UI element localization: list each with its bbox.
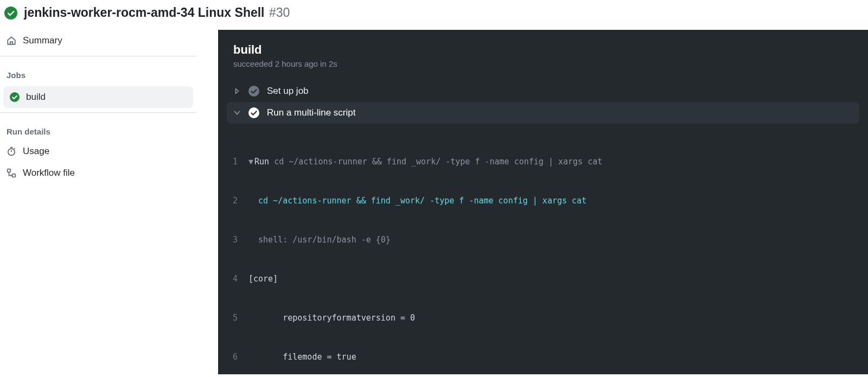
nav-summary-label: Summary xyxy=(23,35,62,46)
workflow-title: jenkins-worker-rocm-amd-34 Linux Shell xyxy=(24,5,265,20)
nav-job-build[interactable]: build xyxy=(3,86,193,108)
job-header: build succeeded 2 hours ago in 2s xyxy=(218,30,868,78)
job-subtitle: succeeded 2 hours ago in 2s xyxy=(233,59,853,68)
log-output: 1▼Run cd ~/actions-runner && find _work/… xyxy=(218,126,868,374)
log-line[interactable]: 5 repositoryformatversion = 0 xyxy=(218,311,868,324)
run-details-heading: Run details xyxy=(0,117,196,140)
log-line[interactable]: 3 shell: /usr/bin/bash -e {0} xyxy=(218,233,868,246)
run-number: #30 xyxy=(269,5,290,20)
log-line[interactable]: 1▼Run cd ~/actions-runner && find _work/… xyxy=(218,155,868,168)
page-title-wrap: jenkins-worker-rocm-amd-34 Linux Shell #… xyxy=(24,5,290,20)
step-name: Set up job xyxy=(267,86,309,97)
nav-workflow-file-label: Workflow file xyxy=(23,168,75,178)
nav-job-label: build xyxy=(26,92,46,103)
nav-summary[interactable]: Summary xyxy=(0,30,196,52)
svg-point-6 xyxy=(248,107,259,118)
nav-usage[interactable]: Usage xyxy=(0,140,196,162)
svg-point-1 xyxy=(10,92,20,102)
nav-workflow-file[interactable]: Workflow file xyxy=(0,162,196,184)
svg-rect-4 xyxy=(12,174,16,177)
nav-usage-label: Usage xyxy=(23,146,49,157)
jobs-heading: Jobs xyxy=(0,61,196,84)
log-panel: build succeeded 2 hours ago in 2s Set up… xyxy=(218,30,868,374)
step-setup-job[interactable]: Set up job xyxy=(227,80,859,102)
log-line[interactable]: 2 cd ~/actions-runner && find _work/ -ty… xyxy=(218,194,868,207)
log-line[interactable]: 4[core] xyxy=(218,272,868,285)
stopwatch-icon xyxy=(7,146,16,156)
step-name: Run a multi-line script xyxy=(267,107,355,118)
workflow-file-icon xyxy=(7,168,16,178)
check-circle-icon xyxy=(10,92,20,102)
chevron-right-icon xyxy=(233,87,241,95)
check-circle-icon xyxy=(248,86,259,97)
step-run-script[interactable]: Run a multi-line script xyxy=(227,102,859,124)
svg-point-5 xyxy=(248,86,259,97)
sidebar: Summary Jobs build Run details xyxy=(0,30,218,374)
job-title: build xyxy=(233,43,853,57)
log-line[interactable]: 6 filemode = true xyxy=(218,350,868,363)
svg-rect-3 xyxy=(8,169,11,172)
home-icon xyxy=(7,36,16,46)
page-header: jenkins-worker-rocm-amd-34 Linux Shell #… xyxy=(0,0,868,30)
check-circle-icon xyxy=(4,7,17,20)
check-circle-icon xyxy=(248,107,259,118)
chevron-down-icon xyxy=(233,109,241,117)
svg-point-0 xyxy=(4,7,17,20)
